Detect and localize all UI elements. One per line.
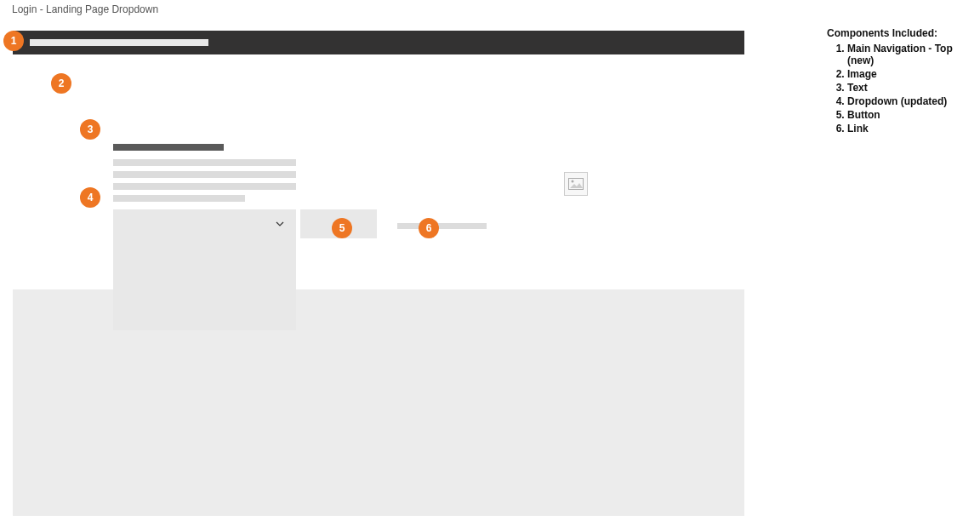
text-block bbox=[113, 144, 296, 207]
image-icon bbox=[568, 178, 584, 190]
annotation-marker-6: 6 bbox=[419, 218, 439, 238]
text-line-placeholder bbox=[113, 195, 245, 202]
dropdown-panel[interactable] bbox=[113, 238, 296, 330]
legend-item: Link bbox=[847, 123, 980, 135]
legend-item: Text bbox=[847, 82, 980, 94]
annotation-marker-1: 1 bbox=[3, 31, 24, 51]
chevron-down-icon bbox=[276, 221, 284, 226]
link[interactable] bbox=[397, 223, 487, 229]
content-area bbox=[13, 54, 744, 289]
annotation-marker-4: 4 bbox=[80, 187, 100, 208]
legend-title: Components Included: bbox=[827, 27, 980, 39]
components-legend: Components Included: Main Navigation - T… bbox=[827, 27, 980, 136]
text-line-placeholder bbox=[113, 183, 296, 190]
annotation-marker-5: 5 bbox=[332, 218, 352, 238]
text-heading-placeholder bbox=[113, 144, 224, 151]
annotation-marker-2: 2 bbox=[51, 73, 71, 94]
text-line-placeholder bbox=[113, 159, 296, 166]
legend-item: Dropdown (updated) bbox=[847, 95, 980, 107]
legend-list: Main Navigation - Top (new) Image Text D… bbox=[827, 43, 980, 135]
legend-item: Main Navigation - Top (new) bbox=[847, 43, 980, 66]
nav-placeholder bbox=[30, 39, 208, 46]
main-navigation-top[interactable] bbox=[13, 31, 744, 54]
dropdown[interactable] bbox=[113, 209, 296, 238]
svg-point-1 bbox=[572, 180, 574, 183]
image-placeholder bbox=[564, 172, 588, 196]
text-line-placeholder bbox=[113, 171, 296, 178]
page-title: Login - Landing Page Dropdown bbox=[12, 3, 158, 15]
legend-item: Image bbox=[847, 68, 980, 80]
annotation-marker-3: 3 bbox=[80, 119, 100, 140]
wireframe-frame bbox=[13, 31, 744, 516]
legend-item: Button bbox=[847, 109, 980, 121]
